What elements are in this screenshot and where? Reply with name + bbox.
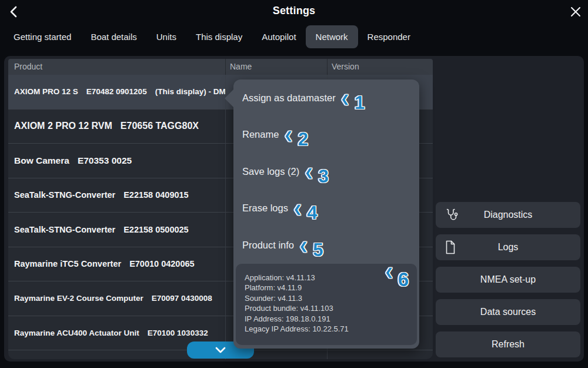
header-column-divider [225, 59, 226, 75]
menu-callout-pointer [225, 89, 233, 107]
callout-number-3: 3 [318, 167, 328, 185]
menu-item-label: Erase logs [242, 203, 288, 214]
product-code: E70656 TAGG80X [121, 121, 199, 131]
menu-item-save-logs[interactable]: Save logs (2) ❮ 3 [233, 153, 419, 190]
product-name: Raymarine ACU400 Actuator Unit [14, 329, 139, 337]
product-name: Raymarine iTC5 Converter [14, 259, 121, 268]
product-code: E22158 0409015 [123, 190, 188, 200]
menu-item-label: Product info [242, 240, 294, 251]
callout-number-4: 4 [307, 204, 317, 222]
data-sources-button[interactable]: Data sources [436, 299, 580, 325]
callout-chevron-icon: ❮ [341, 94, 349, 104]
info-legacy-ip-address: Legacy IP Address: 10.22.5.71 [245, 324, 417, 334]
device-context-menu: Assign as datamaster ❮ 1 Rename ❮ 2 Save… [233, 79, 419, 349]
callout-chevron-icon: ❮ [385, 267, 393, 287]
product-name: SeaTalk-STNG-Converter [14, 225, 115, 234]
nmea-setup-button[interactable]: NMEA set-up [436, 267, 580, 293]
product-name: Raymarine EV-2 Course Computer [14, 294, 143, 303]
menu-item-rename[interactable]: Rename ❮ 2 [233, 117, 419, 154]
menu-item-label: Assign as datamaster [242, 92, 336, 104]
document-icon [443, 240, 457, 255]
product-code: E22158 0500025 [123, 225, 188, 234]
this-display-datamaster-tag: (This display) - DM [155, 87, 226, 96]
product-code: E70100 1030332 [148, 329, 208, 337]
refresh-label: Refresh [492, 339, 524, 350]
table-header-row: Product Name Version [8, 59, 433, 75]
top-bar: Settings [0, 0, 588, 24]
menu-item-product-info[interactable]: Product info ❮ 5 [233, 227, 419, 264]
tab-responder[interactable]: Responder [368, 32, 410, 42]
tab-network[interactable]: Network [306, 25, 358, 48]
product-name: AXIOM PRO 12 S [14, 87, 78, 96]
nmea-setup-label: NMEA set-up [480, 274, 536, 285]
callout-6: ❮ 6 [385, 266, 409, 286]
settings-screen: Settings Getting started Boat details Un… [0, 0, 588, 368]
callout-chevron-icon: ❮ [293, 204, 302, 214]
tab-autopilot[interactable]: Autopilot [262, 32, 296, 42]
column-header-version: Version [332, 62, 359, 71]
menu-item-erase-logs[interactable]: Erase logs ❮ 4 [233, 190, 419, 227]
settings-tab-bar: Getting started Boat details Units This … [14, 24, 588, 50]
tab-units[interactable]: Units [156, 32, 176, 42]
product-name: AXIOM 2 PRO 12 RVM [14, 121, 112, 131]
chevron-down-icon [213, 347, 228, 354]
product-name: SeaTalk-STNG-Converter [14, 190, 115, 200]
callout-number-6: 6 [398, 270, 409, 289]
menu-item-assign-as-datamaster[interactable]: Assign as datamaster ❮ 1 [233, 79, 419, 117]
product-code: E70353 0025 [78, 155, 132, 166]
logs-label: Logs [498, 242, 519, 253]
callout-number-5: 5 [313, 241, 323, 259]
header-column-divider [327, 59, 328, 75]
callout-chevron-icon: ❮ [284, 131, 292, 141]
callout-number-1: 1 [355, 94, 365, 112]
tab-this-display[interactable]: This display [196, 32, 242, 42]
tab-getting-started[interactable]: Getting started [14, 32, 71, 42]
logs-button[interactable]: Logs [436, 234, 580, 260]
page-title: Settings [0, 5, 588, 17]
menu-item-label: Rename [242, 129, 279, 140]
data-sources-label: Data sources [480, 307, 536, 317]
product-info-panel: Application: v4.11.13 Platform: v4.11.9 … [236, 264, 417, 345]
tab-boat-details[interactable]: Boat details [91, 32, 136, 42]
info-product-bundle-version: Product bundle: v4.11.103 [245, 303, 417, 313]
column-header-name: Name [230, 62, 252, 71]
product-code: E70010 0420065 [129, 259, 194, 268]
diagnostics-button[interactable]: Diagnostics [436, 202, 580, 228]
column-header-product: Product [14, 62, 42, 71]
callout-chevron-icon: ❮ [299, 241, 308, 251]
product-code: E70482 0901205 [86, 87, 147, 96]
column-divider [225, 75, 226, 359]
stethoscope-icon [443, 207, 458, 223]
info-sounder-version: Sounder: v4.11.3 [245, 293, 417, 303]
close-icon [570, 6, 582, 18]
callout-number-2: 2 [298, 130, 308, 148]
refresh-button[interactable]: Refresh [436, 331, 580, 357]
diagnostics-label: Diagnostics [484, 210, 533, 220]
info-ip-address: IP Address: 198.18.0.191 [245, 314, 417, 324]
product-code: E70097 0430008 [152, 294, 212, 303]
menu-item-label: Save logs (2) [242, 166, 299, 177]
product-name: Bow Camera [14, 155, 69, 166]
callout-chevron-icon: ❮ [305, 168, 313, 178]
close-button[interactable] [567, 4, 584, 20]
